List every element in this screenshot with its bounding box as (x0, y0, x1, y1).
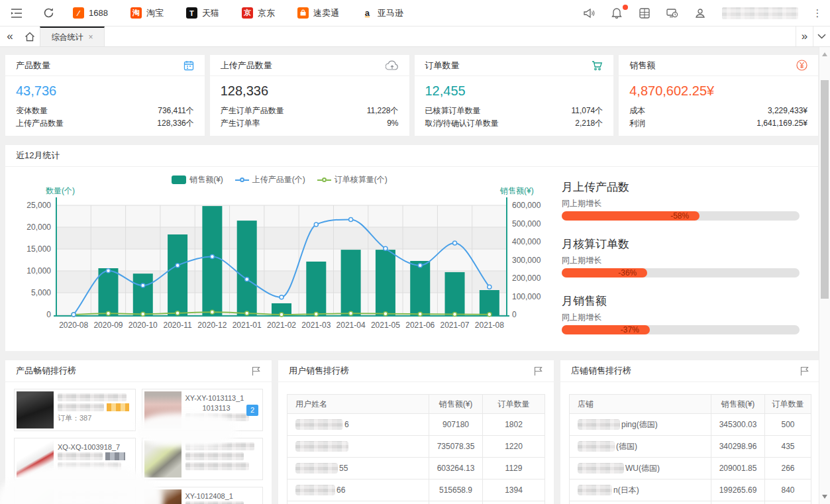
more-menu-icon[interactable]: ⋮ (814, 6, 821, 21)
platform-label: 亚马逊 (378, 7, 403, 19)
tab-label: 综合统计 (51, 32, 83, 43)
flag-icon (800, 366, 809, 376)
tab-active[interactable]: 综合统计 × (40, 26, 105, 46)
notification-bell-icon[interactable] (611, 6, 623, 21)
tabs-scroll-left-icon[interactable]: « (0, 26, 20, 46)
svg-text:2020-08: 2020-08 (59, 321, 88, 330)
growth-item-1: 月上传产品数 同上期增长 -58% (562, 181, 800, 221)
svg-text:20,000: 20,000 (26, 223, 51, 232)
flag-icon (533, 366, 543, 376)
user-icon[interactable] (694, 6, 706, 21)
row-sales: 345300.03 (711, 414, 764, 435)
growth-progressbar: -58% (562, 211, 800, 221)
row-sales: 209001.85 (711, 458, 764, 479)
tabs-dropdown-icon[interactable] (813, 26, 830, 46)
stat-card-title: 销售额 (629, 60, 655, 72)
platform-tab-4[interactable]: 京京东 (242, 7, 275, 19)
row-name-suffix: 6 (344, 420, 349, 429)
user-rank-title: 用户销售排行榜 (289, 365, 349, 377)
product-sku: XQ-XQ-1003918_7 (58, 442, 133, 452)
svg-text:10,000: 10,000 (26, 266, 51, 276)
legend-upload[interactable]: 上传产品量(个) (235, 174, 305, 185)
table-row[interactable]: WU(德国) 209001.85 266 (570, 458, 811, 479)
growth-progressbar: -37% (562, 325, 800, 334)
stat-row-label: 产生订单率 (221, 117, 260, 130)
tab-close-icon[interactable]: × (88, 32, 93, 42)
stat-card-value: 43,736 (16, 83, 194, 99)
growth-item-2: 月核算订单数 同上期增长 -36% (562, 238, 800, 277)
row-name-suffix: 66 (337, 485, 345, 495)
growth-title: 月核算订单数 (562, 238, 800, 251)
growth-label: 同上期增长 (562, 256, 800, 265)
scrollbar-thumb[interactable] (821, 80, 829, 299)
col-header: 订单数量 (482, 395, 545, 413)
collapse-menu-icon[interactable] (9, 6, 24, 21)
svg-text:600,000: 600,000 (512, 201, 541, 210)
table-row[interactable]: ping(德国) 345300.03 500 (570, 414, 811, 436)
username-redacted (722, 7, 798, 19)
legend-sales[interactable]: 销售额(¥) (172, 174, 223, 185)
svg-text:0: 0 (46, 310, 51, 319)
platform-tab-3[interactable]: T天猫 (186, 7, 219, 19)
stat-card-1: 产品数量 43,736 变体数量736,411个上传产品数量128,336个 (5, 55, 205, 136)
legend-orders[interactable]: 订单核算量(个) (317, 174, 388, 185)
col-header: 用户姓名 (287, 395, 429, 413)
svg-text:2021-01: 2021-01 (233, 321, 262, 330)
stat-row-label: 变体数量 (16, 105, 48, 117)
platform-tab-6[interactable]: a亚马逊 (362, 7, 403, 19)
scroll-up-icon[interactable] (822, 52, 827, 56)
chart-panel-title: 近12月统计 (16, 150, 60, 162)
product-card-1[interactable]: 订单：387 (14, 389, 136, 431)
platform-tab-5[interactable]: 速卖通 (297, 7, 339, 19)
platform-icon: T (186, 7, 197, 19)
stat-row-label: 取消/待确认订单数量 (425, 117, 499, 130)
table-row[interactable]: n(日本) 199265.69 840 (570, 479, 811, 501)
growth-progress-fill: -37% (562, 325, 650, 334)
stat-row-label: 上传产品数量 (16, 117, 64, 130)
platform-label: 1688 (89, 8, 108, 18)
platform-tab-2[interactable]: 淘淘宝 (130, 7, 164, 19)
growth-title: 月上传产品数 (562, 181, 800, 194)
tabs-scroll-right-icon[interactable]: » (796, 26, 813, 46)
row-name-suffix: (德国) (616, 441, 637, 452)
svg-text:2020-09: 2020-09 (93, 321, 123, 330)
table-row[interactable]: (德国) 340298.96 435 (570, 436, 811, 458)
svg-text:300,000: 300,000 (512, 256, 541, 265)
table-row[interactable]: 6 907180 1802 (287, 414, 545, 436)
product-image (17, 391, 54, 428)
refresh-icon[interactable] (41, 6, 56, 21)
product-sku: XY-1012408_1 (185, 491, 261, 501)
growth-label: 同上期增长 (562, 199, 800, 208)
stat-row-value: 11,228个 (367, 105, 399, 117)
stat-row-label: 产生订单产品数量 (221, 105, 284, 117)
vertical-scrollbar[interactable] (819, 47, 830, 504)
svg-text:15,000: 15,000 (26, 244, 51, 254)
device-monitor-icon[interactable] (666, 6, 678, 21)
stat-row-value: 9% (387, 117, 398, 130)
home-icon[interactable] (20, 26, 40, 46)
row-name-suffix: ping(德国) (621, 419, 658, 430)
row-sales: 515658.9 (429, 479, 482, 501)
scroll-down-icon[interactable] (822, 495, 827, 499)
svg-text:数量(个): 数量(个) (46, 186, 75, 195)
stat-row-label: 成本 (629, 105, 645, 117)
row-sales: 735078.35 (429, 436, 482, 457)
platform-icon: a (362, 7, 373, 19)
monthly-chart: 销售额(¥) 上传产品量(个) 订单核算量(个) 05,00010,00015,… (5, 167, 554, 351)
growth-value: -58% (670, 211, 689, 221)
tab-bar: « 综合统计 × » (0, 26, 830, 47)
table-row[interactable]: 735078.35 1220 (287, 436, 545, 458)
row-orders: 266 (764, 458, 811, 479)
table-row[interactable]: 66 515658.9 1394 (287, 479, 545, 501)
table-row[interactable]: 55 603264.13 1129 (287, 458, 545, 479)
apps-grid-icon[interactable] (639, 6, 650, 21)
chart-panel: 近12月统计 销售额(¥) 上传产品量(个) 订单核算量(个) 05,00010… (5, 145, 818, 351)
platform-label: 速卖通 (313, 7, 339, 19)
stat-row-value: 3,229,433¥ (768, 105, 807, 117)
svg-text:0: 0 (512, 310, 517, 319)
row-orders: 1802 (482, 414, 545, 435)
announcement-icon[interactable] (583, 6, 595, 21)
col-header: 订单数量 (764, 395, 811, 413)
platform-tab-1[interactable]: ⁄1688 (73, 7, 108, 19)
cloud-upload-icon (386, 60, 399, 71)
